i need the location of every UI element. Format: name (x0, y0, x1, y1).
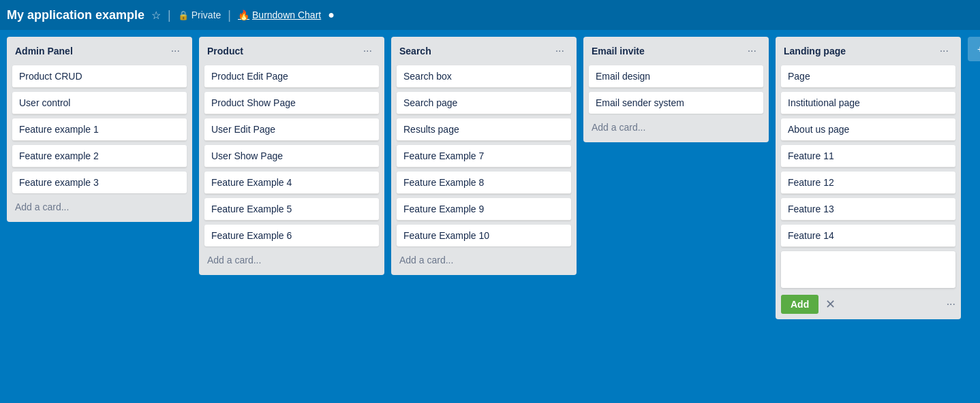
column-title-search: Search (399, 46, 431, 57)
add-card-btn-admin-panel[interactable]: Add a card... (12, 197, 187, 216)
add-card-btn-email-invite[interactable]: Add a card... (589, 118, 763, 137)
star-icon[interactable]: ☆ (151, 9, 161, 22)
column-title-product: Product (207, 46, 243, 57)
column-title-landing-page: Landing page (784, 46, 846, 57)
burndown-chart-link[interactable]: 🔥 Burndown Chart (238, 10, 321, 20)
card[interactable]: Feature 13 (781, 198, 955, 221)
card[interactable]: User Edit Page (204, 118, 379, 141)
card[interactable]: Feature Example 8 (397, 172, 571, 194)
card[interactable]: Feature 14 (781, 225, 955, 247)
column-header-admin-panel: Admin Panel··· (12, 42, 187, 60)
column-menu-btn-search[interactable]: ··· (551, 44, 568, 59)
card[interactable]: Email sender system (589, 92, 763, 114)
card[interactable]: Page (781, 65, 955, 88)
card[interactable]: Feature Example 5 (204, 198, 379, 221)
header: My application example ☆ | 🔒 Private | 🔥… (0, 0, 980, 30)
add-card-btn-search[interactable]: Add a card... (397, 251, 571, 270)
card[interactable]: Feature example 1 (12, 118, 187, 141)
add-card-textarea[interactable] (781, 251, 955, 288)
card[interactable]: Feature Example 6 (204, 225, 379, 246)
column-header-email-invite: Email invite··· (589, 42, 763, 60)
card[interactable]: Search page (397, 92, 571, 114)
add-column-button[interactable]: + Add another list (968, 37, 980, 61)
card[interactable]: Product Edit Page (204, 65, 379, 88)
card[interactable]: Feature example 3 (12, 172, 187, 193)
column-menu-btn-product[interactable]: ··· (359, 44, 376, 59)
app-title: My application example (7, 8, 144, 22)
card[interactable]: Product CRUD (12, 65, 187, 88)
card[interactable]: Feature Example 4 (204, 172, 379, 194)
card[interactable]: User Show Page (204, 145, 379, 167)
notification-icon[interactable]: ● (328, 9, 335, 21)
card[interactable]: Feature Example 9 (397, 198, 571, 221)
add-card-form: Add✕··· (781, 251, 955, 314)
column-landing-page: Landing page···PageInstitutional pageAbo… (776, 37, 961, 319)
flame-icon: 🔥 (238, 10, 249, 20)
column-menu-btn-admin-panel[interactable]: ··· (167, 44, 184, 59)
card[interactable]: Product Show Page (204, 92, 379, 114)
card[interactable]: Feature Example 7 (397, 145, 571, 167)
add-card-form-actions: Add✕··· (781, 295, 955, 314)
card[interactable]: Feature 11 (781, 145, 955, 167)
column-menu-btn-email-invite[interactable]: ··· (744, 44, 761, 59)
card[interactable]: Search box (397, 65, 571, 88)
lock-icon: 🔒 (178, 10, 189, 20)
divider: | (168, 8, 171, 22)
form-menu-button[interactable]: ··· (947, 298, 955, 310)
column-title-email-invite: Email invite (592, 46, 645, 57)
column-menu-btn-landing-page[interactable]: ··· (936, 44, 953, 59)
column-header-product: Product··· (204, 42, 379, 60)
column-title-admin-panel: Admin Panel (15, 46, 73, 57)
board: Admin Panel···Product CRUDUser controlFe… (0, 30, 980, 403)
column-email-invite: Email invite···Email designEmail sender … (583, 37, 769, 142)
column-header-search: Search··· (397, 42, 571, 60)
card[interactable]: About us page (781, 118, 955, 141)
card[interactable]: User control (12, 92, 187, 114)
add-button[interactable]: Add (781, 295, 818, 314)
column-admin-panel: Admin Panel···Product CRUDUser controlFe… (7, 37, 192, 222)
column-header-landing-page: Landing page··· (781, 42, 955, 60)
card[interactable]: Email design (589, 65, 763, 88)
privacy-label: Private (192, 10, 221, 20)
card[interactable]: Institutional page (781, 92, 955, 114)
column-product: Product···Product Edit PageProduct Show … (199, 37, 384, 275)
card[interactable]: Feature 12 (781, 172, 955, 194)
burndown-label: Burndown Chart (252, 10, 321, 20)
add-card-btn-product[interactable]: Add a card... (204, 251, 379, 270)
card[interactable]: Feature Example 10 (397, 225, 571, 246)
card[interactable]: Feature example 2 (12, 145, 187, 167)
cancel-button[interactable]: ✕ (823, 295, 838, 313)
column-search: Search···Search boxSearch pageResults pa… (391, 37, 577, 275)
privacy-badge[interactable]: 🔒 Private (178, 10, 221, 20)
card[interactable]: Results page (397, 118, 571, 141)
divider2: | (228, 8, 231, 22)
